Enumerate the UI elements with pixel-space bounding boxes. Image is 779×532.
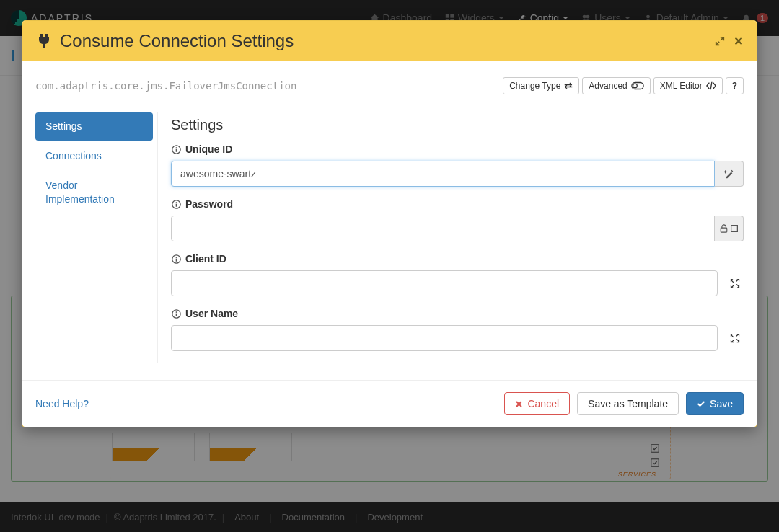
info-icon[interactable] [171,254,181,264]
sidebar-item-vendor[interactable]: Vendor Implementation [35,172,153,213]
expand-field-button[interactable] [726,270,744,296]
svg-rect-13 [175,147,177,148]
svg-point-10 [633,84,637,88]
form-heading: Settings [171,117,744,133]
expand-field-button[interactable] [726,325,744,351]
svg-rect-16 [175,202,177,203]
password-label: Password [185,198,233,210]
svg-rect-12 [175,148,177,151]
help-label: ? [732,81,737,91]
xml-editor-button[interactable]: XML Editor [653,77,723,94]
checkbox-icon [731,225,738,232]
save-template-button[interactable]: Save as Template [577,392,679,415]
svg-rect-23 [175,313,177,316]
close-icon [515,400,523,408]
unlock-icon [720,224,728,233]
close-icon[interactable] [734,36,744,46]
svg-rect-18 [731,226,738,232]
sidebar-item-connections[interactable]: Connections [35,142,153,170]
client-id-label: Client ID [185,253,226,265]
change-type-label: Change Type [509,81,560,91]
client-id-group: Client ID [171,253,744,296]
unique-id-group: Unique ID [171,143,744,187]
svg-rect-21 [175,257,177,258]
save-button[interactable]: Save [686,392,744,415]
advanced-label: Advanced [589,81,627,91]
settings-sidebar: Settings Connections Vendor Implementati… [35,112,158,363]
modal-header: Consume Connection Settings [22,21,757,61]
magic-wand-icon [724,169,734,179]
svg-rect-17 [721,228,727,232]
change-type-button[interactable]: Change Type [503,77,579,94]
generate-id-button[interactable] [715,161,744,187]
swap-icon [564,81,573,90]
check-icon [697,399,705,408]
settings-form: Settings Unique ID [171,112,744,363]
need-help-link[interactable]: Need Help? [35,398,89,409]
cancel-button[interactable]: Cancel [504,392,570,415]
modal-body: Settings Connections Vendor Implementati… [22,105,757,380]
unique-id-input[interactable] [171,161,715,187]
svg-rect-20 [175,258,177,261]
xml-editor-label: XML Editor [660,81,703,91]
class-name: com.adaptris.core.jms.FailoverJmsConnect… [35,80,296,92]
modal-title: Consume Connection Settings [60,31,294,51]
plug-icon [35,32,53,50]
code-icon [706,81,716,90]
user-name-label: User Name [185,308,238,319]
svg-rect-15 [175,203,177,206]
unique-id-label: Unique ID [185,143,232,155]
modal-footer: Need Help? Cancel Save as Template Save [22,380,757,427]
password-lock-button[interactable] [715,216,744,241]
cancel-label: Cancel [527,398,559,409]
sidebar-item-settings[interactable]: Settings [35,112,153,141]
settings-modal: Consume Connection Settings com.adaptris… [22,20,757,427]
user-name-input[interactable] [171,325,718,351]
user-name-group: User Name [171,308,744,351]
save-label: Save [710,398,733,409]
password-group: Password [171,198,744,241]
save-template-label: Save as Template [588,398,668,409]
advanced-button[interactable]: Advanced [582,77,650,94]
info-icon[interactable] [171,144,181,154]
expand-icon[interactable] [715,36,725,46]
modal-overlay: Consume Connection Settings com.adaptris… [0,0,779,532]
help-button[interactable]: ? [726,77,744,94]
svg-rect-9 [632,83,643,89]
info-icon[interactable] [171,309,181,319]
password-input[interactable] [171,216,715,241]
modal-subheader: com.adaptris.core.jms.FailoverJmsConnect… [22,61,757,105]
toggle-icon [631,81,644,90]
info-icon[interactable] [171,199,181,209]
svg-rect-24 [175,311,177,313]
client-id-input[interactable] [171,270,718,296]
